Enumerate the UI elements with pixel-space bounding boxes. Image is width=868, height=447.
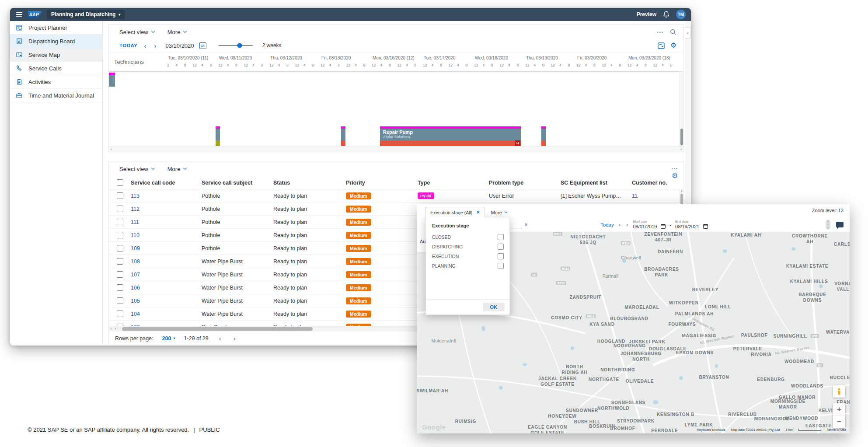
gantt-task-bar[interactable] — [341, 126, 345, 146]
row-checkbox[interactable] — [117, 232, 123, 238]
row-checkbox[interactable] — [117, 192, 123, 199]
execution-stage-option[interactable]: EXECUTION — [426, 251, 509, 261]
gantt-task-bar[interactable]: Repair Pump Alpha Solutions H — [380, 126, 521, 146]
scroll-left-icon[interactable]: ‹ — [111, 147, 112, 151]
rows-per-page-select[interactable]: 200▾ — [162, 335, 175, 342]
terms-of-use-link[interactable]: Terms of Use — [827, 428, 846, 432]
row-checkbox[interactable] — [117, 284, 123, 291]
zoom-slider[interactable] — [219, 45, 253, 46]
overflow-menu-icon[interactable]: ••• — [657, 30, 664, 35]
gantt-task-bar[interactable] — [216, 126, 220, 146]
sidebar-item-service-calls[interactable]: Service Calls — [10, 62, 102, 75]
search-icon[interactable] — [670, 29, 676, 35]
service-call-code-link[interactable]: 106 — [131, 285, 140, 291]
service-call-code-link[interactable]: 110 — [131, 232, 139, 238]
ok-button[interactable]: OK — [483, 303, 505, 311]
column-header[interactable]: Type — [418, 180, 489, 186]
table-select-view-menu[interactable]: Select view — [119, 166, 154, 172]
expand-panel-button[interactable]: ‹ — [685, 27, 691, 38]
previous-page-button[interactable]: ‹ — [217, 335, 223, 342]
gantt-more-menu[interactable]: More — [167, 29, 187, 35]
preview-button[interactable]: Preview — [637, 11, 656, 17]
user-avatar[interactable]: TM — [676, 10, 686, 19]
table-settings-gear-icon[interactable]: ⚙ — [672, 172, 678, 179]
next-period-button[interactable]: › — [153, 42, 158, 49]
row-checkbox[interactable] — [117, 297, 123, 304]
select-all-checkbox[interactable] — [117, 179, 123, 186]
service-call-code-link[interactable]: 109 — [131, 245, 140, 251]
comment-icon[interactable] — [836, 222, 844, 227]
pegman-button[interactable] — [833, 385, 845, 398]
zoom-out-button[interactable]: − — [833, 416, 845, 428]
legend-icon[interactable] — [658, 42, 665, 49]
column-header[interactable]: Customer no. — [632, 180, 683, 186]
row-checkbox[interactable] — [117, 311, 123, 317]
keyboard-shortcuts-link[interactable]: Keyboard shortcuts — [697, 428, 725, 432]
calendar-icon[interactable]: 14 — [199, 42, 206, 49]
clear-search-icon[interactable]: ✕ — [524, 222, 528, 227]
row-checkbox[interactable] — [117, 219, 123, 225]
service-call-code-link[interactable]: 111 — [131, 219, 139, 225]
sidebar-item-service-map[interactable]: Service Map — [10, 48, 102, 62]
scroll-arrows[interactable]: ‹› — [111, 326, 119, 331]
option-checkbox[interactable] — [498, 253, 504, 259]
scrollbar-thumb[interactable] — [680, 129, 683, 145]
customer-no-link[interactable]: 11 — [632, 193, 638, 199]
slider-handle[interactable] — [237, 43, 242, 48]
sidebar-item-time-and-material-journal[interactable]: Time and Material Journal — [10, 89, 102, 102]
service-call-code-link[interactable]: 112 — [131, 206, 139, 212]
option-checkbox[interactable] — [498, 234, 504, 240]
end-date-value[interactable]: 08/19/2021 — [675, 224, 699, 229]
service-call-code-link[interactable]: 107 — [131, 272, 140, 278]
row-checkbox[interactable] — [117, 206, 123, 212]
calendar-icon[interactable] — [661, 224, 666, 229]
gantt-date-value[interactable]: 03/10/2020 — [166, 42, 194, 49]
row-checkbox[interactable] — [117, 245, 123, 251]
sidebar-item-dispatching-board[interactable]: Dispatching Board — [10, 35, 102, 48]
search-input[interactable] — [509, 228, 522, 228]
scroll-right-icon[interactable]: › — [680, 147, 682, 151]
sidebar-item-activities[interactable]: Activities — [10, 75, 102, 89]
service-call-code-link[interactable]: 105 — [131, 298, 140, 304]
zoom-in-button[interactable]: + — [833, 403, 845, 416]
gantt-vertical-scrollbar[interactable] — [680, 72, 683, 147]
today-button[interactable]: TODAY — [119, 43, 138, 48]
map-today-button[interactable]: Today — [600, 222, 614, 227]
notifications-bell-icon[interactable] — [663, 11, 669, 18]
column-header[interactable]: Priority — [346, 180, 418, 186]
sidebar-item-project-planner[interactable]: Project Planner — [10, 21, 102, 35]
next-page-button[interactable]: › — [232, 335, 237, 342]
execution-stage-option[interactable]: PLANNING — [426, 261, 509, 271]
traffic-layer-icon[interactable] — [826, 220, 830, 230]
column-header[interactable]: Problem type — [489, 180, 561, 186]
column-header[interactable]: SC Equipment list — [561, 180, 632, 186]
scrollbar-thumb[interactable] — [122, 327, 313, 331]
overflow-menu-icon[interactable]: ••• — [672, 167, 678, 171]
next-range-button[interactable]: › — [625, 221, 629, 228]
column-header[interactable]: Status — [273, 180, 346, 186]
map-more-menu[interactable]: More — [491, 210, 507, 215]
option-checkbox[interactable] — [498, 244, 504, 250]
close-icon[interactable]: ✕ — [476, 210, 480, 215]
previous-period-button[interactable]: ‹ — [143, 42, 148, 49]
start-date-value[interactable]: 08/01/2019 — [633, 224, 657, 229]
gantt-select-view-menu[interactable]: Select view — [119, 29, 154, 35]
calendar-icon[interactable] — [703, 224, 708, 229]
service-call-code-link[interactable]: 113 — [131, 193, 139, 199]
table-row[interactable]: 113 Pothole Ready to plan Medium repair … — [109, 189, 683, 203]
table-more-menu[interactable]: More — [167, 166, 187, 172]
execution-stage-option[interactable]: DISPATCHING — [426, 242, 509, 251]
option-checkbox[interactable] — [498, 263, 504, 269]
execution-stage-option[interactable]: CLOSED — [426, 232, 509, 242]
service-call-code-link[interactable]: 104 — [131, 311, 140, 317]
previous-range-button[interactable]: ‹ — [618, 221, 621, 228]
menu-icon[interactable] — [16, 14, 22, 15]
row-checkbox[interactable] — [117, 271, 123, 278]
gantt-task-bar[interactable] — [109, 73, 115, 92]
execution-stage-filter-chip[interactable]: Execution stage (All) ✕ — [425, 207, 485, 217]
column-header[interactable]: Service call subject — [202, 180, 273, 186]
column-header[interactable]: Service call code — [131, 180, 202, 186]
gear-icon[interactable]: ⚙ — [670, 42, 676, 49]
gantt-task-bar[interactable] — [541, 126, 546, 146]
service-call-code-link[interactable]: 108 — [131, 258, 140, 265]
